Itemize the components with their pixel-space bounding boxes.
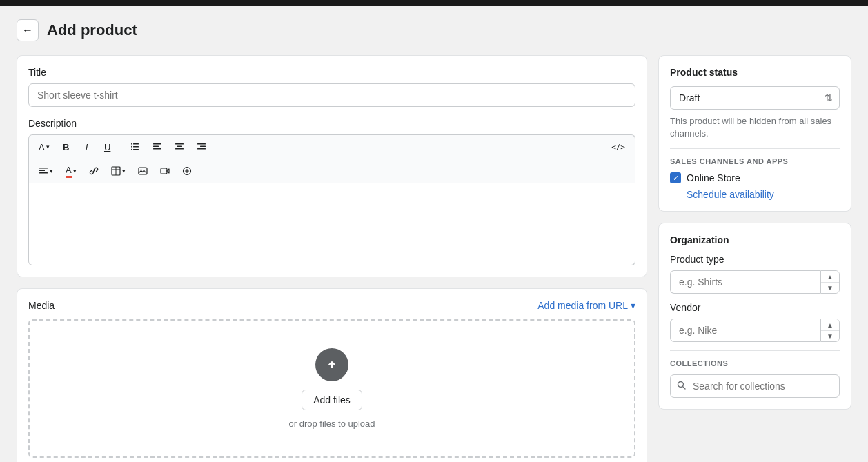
text-color-btn[interactable]: A ▾ (60, 162, 82, 180)
svg-line-28 (683, 387, 686, 390)
underline-btn[interactable]: U (98, 138, 117, 156)
product-type-input[interactable] (670, 270, 820, 294)
vendor-stepper-down[interactable]: ▼ (821, 331, 839, 342)
svg-rect-9 (175, 143, 184, 145)
product-type-stepper: ▲ ▼ (820, 270, 840, 294)
svg-rect-7 (153, 146, 159, 148)
toolbar-row-1: A ▾ B I U (29, 135, 635, 159)
font-btn[interactable]: A ▾ (33, 138, 55, 156)
ul-btn[interactable] (125, 138, 146, 156)
online-store-label: Online Store (687, 172, 740, 183)
table-btn[interactable]: ▾ (106, 162, 131, 180)
svg-rect-23 (161, 168, 167, 174)
product-type-label: Product type (670, 254, 840, 265)
schedule-availability-link[interactable]: Schedule availability (687, 189, 774, 200)
vendor-input[interactable] (670, 319, 820, 342)
vendor-field: Vendor ▲ ▼ (670, 302, 840, 342)
toolbar-row-2: ▾ A ▾ ▾ (29, 159, 635, 183)
toolbar-divider-1 (121, 140, 121, 154)
description-editor[interactable] (28, 183, 635, 265)
svg-rect-15 (39, 168, 48, 169)
vendor-stepper-up[interactable]: ▲ (821, 319, 839, 330)
status-hint: This product will be hidden from all sal… (670, 115, 840, 140)
online-store-channel: ✓ Online Store (670, 172, 840, 183)
product-type-stepper-down[interactable]: ▼ (821, 283, 839, 294)
media-dropzone[interactable]: Add files or drop files to upload (28, 319, 635, 458)
more-btn[interactable] (177, 162, 197, 180)
svg-rect-8 (153, 148, 161, 150)
svg-rect-1 (133, 146, 139, 148)
align-right-btn[interactable] (191, 138, 212, 156)
product-status-card: Product status Draft Active ⇅ This produ… (658, 55, 851, 212)
link-btn[interactable] (83, 162, 104, 180)
collections-search-input[interactable] (670, 374, 840, 398)
back-button[interactable]: ← (17, 19, 39, 41)
italic-btn[interactable]: I (77, 138, 97, 156)
svg-rect-0 (133, 143, 139, 145)
vendor-stepper: ▲ ▼ (820, 319, 840, 342)
collections-search-icon (677, 381, 686, 392)
add-media-url-link[interactable]: Add media from URL ▾ (537, 300, 635, 311)
svg-rect-13 (200, 146, 206, 148)
status-divider (670, 148, 840, 149)
svg-rect-6 (153, 143, 161, 145)
media-header: Media Add media from URL ▾ (28, 300, 635, 311)
svg-rect-12 (197, 143, 206, 145)
bold-btn[interactable]: B (57, 138, 76, 156)
media-label: Media (28, 300, 55, 311)
svg-point-3 (131, 143, 132, 145)
video-btn[interactable] (155, 162, 175, 180)
svg-rect-10 (177, 146, 182, 148)
organization-title: Organization (670, 234, 840, 245)
image-btn[interactable] (132, 162, 153, 180)
status-select[interactable]: Draft Active (670, 86, 840, 110)
align-left-btn[interactable] (147, 138, 168, 156)
page-title: Add product (47, 21, 137, 39)
sales-channels-label: SALES CHANNELS AND APPS (670, 157, 840, 165)
status-select-wrapper: Draft Active ⇅ (670, 86, 840, 110)
title-input[interactable] (28, 83, 635, 107)
font-arrow: ▾ (46, 143, 50, 150)
svg-rect-16 (39, 170, 45, 172)
text-align-btn[interactable]: ▾ (33, 162, 59, 180)
online-store-checkbox[interactable]: ✓ (670, 172, 681, 183)
vendor-label: Vendor (670, 302, 840, 313)
product-status-title: Product status (670, 67, 840, 78)
product-type-input-wrapper: ▲ ▼ (670, 270, 840, 294)
organization-card: Organization Product type ▲ ▼ Vendor (658, 223, 851, 410)
editor-toolbar: A ▾ B I U (28, 134, 635, 183)
add-files-button[interactable]: Add files (302, 390, 362, 410)
product-type-stepper-up[interactable]: ▲ (821, 271, 839, 282)
upload-icon (315, 348, 348, 381)
svg-rect-2 (133, 149, 139, 150)
product-type-field: Product type ▲ ▼ (670, 254, 840, 294)
collections-search-wrapper (670, 374, 840, 398)
svg-point-5 (131, 149, 132, 150)
page-header: ← Add product (17, 19, 851, 41)
vendor-input-wrapper: ▲ ▼ (670, 319, 840, 342)
align-center-btn[interactable] (169, 138, 190, 156)
top-bar (0, 0, 868, 6)
code-btn[interactable]: </> (606, 138, 631, 156)
title-description-card: Title Description A ▾ B I U (17, 55, 647, 277)
description-label: Description (28, 118, 635, 129)
svg-point-4 (131, 146, 132, 148)
svg-rect-11 (175, 148, 184, 150)
collections-label: COLLECTIONS (670, 359, 840, 368)
description-section: Description A ▾ B I U (28, 118, 635, 265)
dropzone-hint: or drop files to upload (288, 419, 375, 429)
org-divider (670, 350, 840, 351)
media-card: Media Add media from URL ▾ Add files or … (17, 288, 647, 462)
title-label: Title (28, 67, 635, 78)
svg-rect-17 (39, 172, 48, 174)
svg-rect-14 (197, 148, 206, 150)
